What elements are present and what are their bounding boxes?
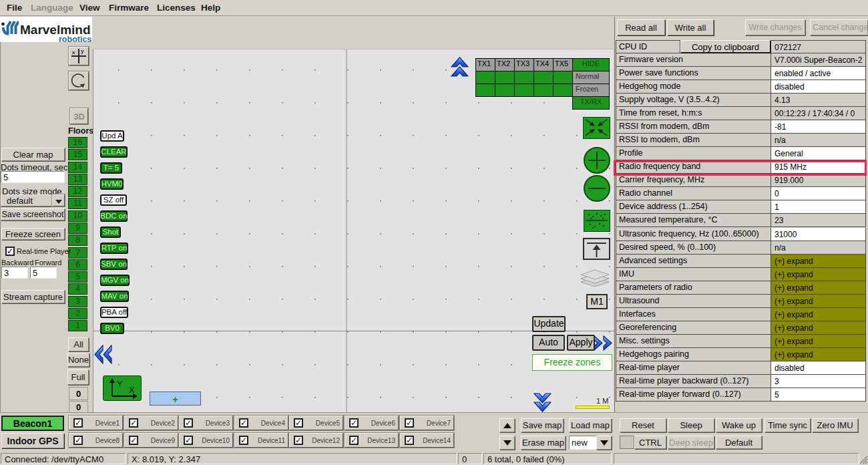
svg-text:x: x <box>72 49 75 55</box>
svg-text:y: y <box>81 48 84 54</box>
svg-text:Y: Y <box>117 379 123 389</box>
svg-text:X: X <box>129 385 135 395</box>
